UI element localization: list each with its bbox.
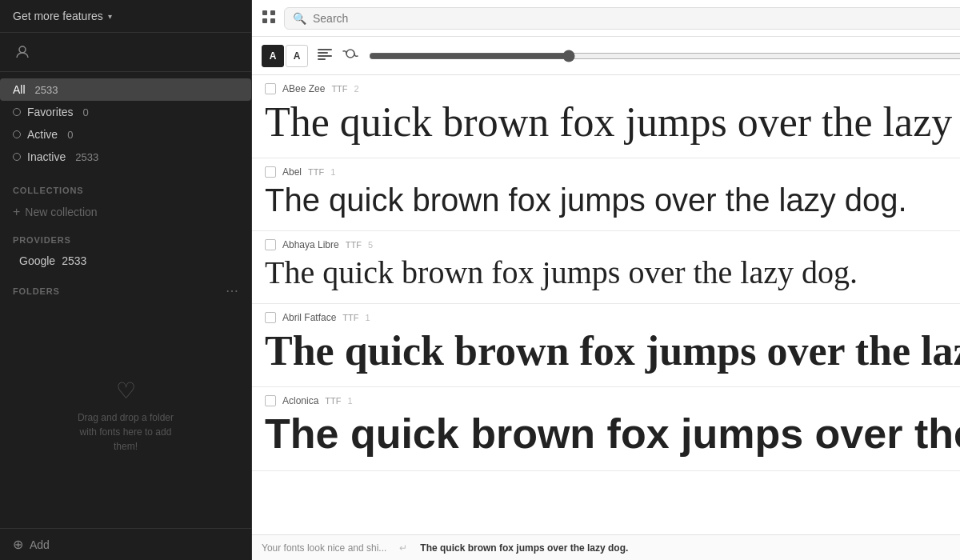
font-type: TTF [331,84,347,94]
active-count: 0 [67,129,73,141]
font-type: TTF [346,240,362,250]
plus-circle-icon: ⊕ [13,537,23,552]
svg-rect-2 [270,10,275,15]
font-item: Aclonica TTF 1 The quick brown fox jumps… [252,387,960,470]
search-box: 🔍 ▾ [284,7,960,30]
svg-rect-3 [262,18,267,23]
font-checkbox[interactable] [265,312,276,323]
toolbar: A A 42px [252,37,960,75]
circle-icon [13,153,21,161]
font-item-header: ABee Zee TTF 2 [265,83,960,94]
font-name: Abel [282,166,302,178]
sidebar-item-favorites[interactable]: Favorites 0 [0,101,251,123]
main-content: 🔍 ▾ — ☐ ✕ A A [252,0,960,560]
font-count: 2 [354,84,359,94]
add-label: Add [30,538,50,551]
font-type: TTF [325,396,341,406]
sidebar: Get more features ▾ All 2533 Favorites [0,0,252,560]
sidebar-item-all[interactable]: All 2533 [0,78,251,101]
sidebar-header[interactable]: Get more features ▾ [0,0,251,33]
svg-rect-7 [318,55,332,57]
search-icon: 🔍 [293,12,306,25]
font-item: Abhaya Libre TTF 5 The quick brown fox j… [252,231,960,304]
align-icon[interactable] [318,49,332,63]
font-count: 5 [368,240,373,250]
google-count: 2533 [62,254,86,267]
font-item-header: Abril Fatface TTF 1 [265,312,960,323]
font-name: Abril Fatface [282,312,336,323]
font-type: TTF [342,313,358,322]
font-name: Aclonica [282,395,318,406]
circle-icon [13,108,21,116]
font-item: ABee Zee TTF 2 The quick brown fox jumps… [252,75,960,158]
grid-icon[interactable] [262,10,276,27]
new-collection-button[interactable]: + New collection [0,200,251,224]
font-item-header: Abel TTF 1 [265,166,960,178]
collections-section-label: COLLECTIONS [0,174,251,200]
sidebar-item-active[interactable]: Active 0 [0,123,251,146]
favorites-count: 0 [83,106,89,118]
svg-rect-1 [262,10,267,15]
folders-section-label: FOLDERS [13,286,60,296]
folders-header: FOLDERS ⋯ [0,272,251,303]
favorites-label: Favorites [27,106,74,118]
font-preview: The quick brown fox jumps over the lazy … [265,99,960,145]
font-count: 1 [330,167,335,177]
font-preview: The quick brown fox jumps over the lazy … [265,328,960,374]
svg-rect-4 [270,18,275,23]
font-preview: The quick brown fox jumps over the lazy … [265,255,960,290]
user-icon[interactable] [8,38,37,66]
heart-icon: ♡ [116,378,136,404]
active-label: Active [27,128,58,141]
get-more-features-button[interactable]: Get more features ▾ [13,10,112,22]
dark-style-button[interactable]: A [262,45,284,67]
svg-rect-8 [318,58,326,60]
sidebar-item-inactive[interactable]: Inactive 2533 [0,146,251,168]
font-checkbox[interactable] [265,395,276,406]
get-more-features-label: Get more features [13,10,103,22]
font-preview: The quick brown fox jumps over the lazy … [265,182,960,218]
sidebar-item-google[interactable]: Google 2533 [0,250,251,272]
new-collection-label: New collection [25,206,97,218]
circle-icon [13,130,21,138]
font-name: Abhaya Libre [282,239,339,250]
folders-drop-zone: ♡ Drag and drop a folderwith fonts here … [0,303,251,528]
statusbar-hint: Your fonts look nice and shi... [262,542,386,554]
add-button[interactable]: ⊕ Add [0,528,251,560]
font-item: Abril Fatface TTF 1 The quick brown fox … [252,304,960,387]
folders-more-icon[interactable]: ⋯ [226,283,238,298]
font-count: 1 [366,313,370,322]
font-size-slider[interactable] [369,50,960,62]
inactive-label: Inactive [27,150,66,163]
google-label: Google [19,254,55,267]
drop-zone-text: Drag and drop a folderwith fonts here to… [78,410,174,454]
font-item: Abel TTF 1 The quick brown fox jumps ove… [252,158,960,231]
squiggle-icon[interactable] [342,46,359,65]
font-item-header: Aclonica TTF 1 [265,395,960,406]
font-size-slider-container [369,50,960,62]
providers-section-label: PROVIDERS [0,224,251,250]
search-input[interactable] [313,12,960,25]
font-checkbox[interactable] [265,239,276,250]
svg-rect-5 [318,49,332,50]
svg-point-9 [346,50,354,58]
all-label: All [13,83,26,96]
font-name: ABee Zee [282,83,325,94]
light-style-button[interactable]: A [286,45,308,67]
statusbar-preview-text: The quick brown fox jumps over the lazy … [420,542,960,554]
font-checkbox[interactable] [265,83,276,94]
font-item-header: Abhaya Libre TTF 5 [265,239,960,250]
font-list: ABee Zee TTF 2 The quick brown fox jumps… [252,75,960,534]
chevron-down-icon: ▾ [108,12,112,21]
svg-rect-6 [318,52,328,54]
font-preview: The quick brown fox jumps over the lo [265,411,960,457]
font-count: 1 [348,396,353,406]
font-style-toggle: A A [262,45,308,67]
inactive-count: 2533 [75,151,98,163]
statusbar: Your fonts look nice and shi... ↵ The qu… [252,534,960,560]
all-count: 2533 [35,84,58,96]
font-type: TTF [308,167,324,177]
font-checkbox[interactable] [265,166,276,178]
topbar: 🔍 ▾ — ☐ ✕ [252,0,960,37]
svg-point-0 [19,46,26,53]
